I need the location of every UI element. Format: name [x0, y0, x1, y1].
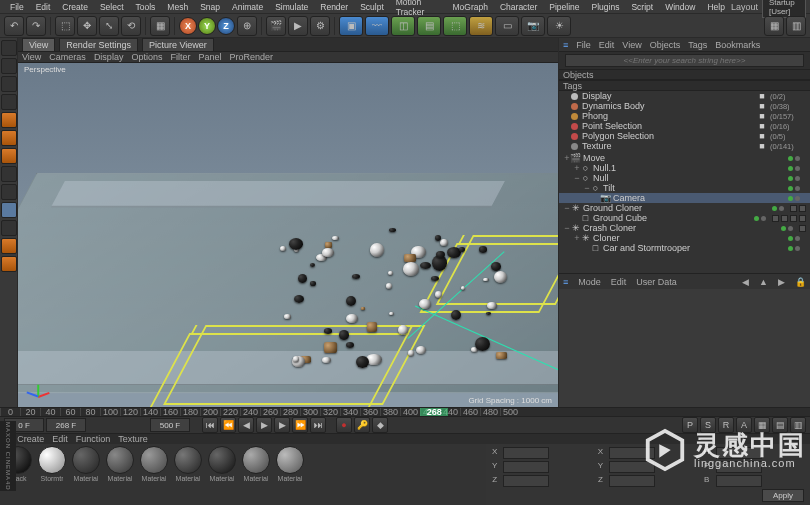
- attr-nav-up-icon[interactable]: ▲: [759, 277, 768, 287]
- end-frame-field[interactable]: [150, 418, 190, 432]
- tree-row[interactable]: −✳Crash Cloner: [559, 223, 810, 233]
- redo-button[interactable]: ↷: [26, 16, 46, 36]
- mat-menu-item[interactable]: Texture: [118, 434, 148, 444]
- attr-nav-back-icon[interactable]: ◀: [742, 277, 749, 287]
- param-key-toggle[interactable]: A: [736, 417, 752, 433]
- material-slot[interactable]: Stormtr: [36, 446, 68, 482]
- timeline-cursor[interactable]: 268: [420, 408, 448, 416]
- attr-menu-item[interactable]: Edit: [611, 277, 627, 287]
- attr-menu-item[interactable]: Mode: [578, 277, 601, 287]
- live-select-tool[interactable]: ⬚: [55, 16, 75, 36]
- keyframe-selection-button[interactable]: ◆: [372, 417, 388, 433]
- menu-item[interactable]: Help: [701, 2, 730, 12]
- menu-item[interactable]: Character: [494, 2, 543, 12]
- scale-tool[interactable]: ⤡: [99, 16, 119, 36]
- tag-summary-row[interactable]: Display■(0/2): [559, 91, 810, 101]
- size-z-field[interactable]: [609, 475, 655, 487]
- material-slot[interactable]: Material: [240, 446, 272, 482]
- render-settings-button[interactable]: ⚙: [310, 16, 330, 36]
- planar-workplane-icon[interactable]: [1, 256, 17, 272]
- undo-button[interactable]: ↶: [4, 16, 24, 36]
- point-mode-icon[interactable]: [1, 112, 17, 128]
- material-slot[interactable]: Material: [104, 446, 136, 482]
- next-key-button[interactable]: ⏩: [292, 417, 308, 433]
- viewport-solo-icon[interactable]: [1, 202, 17, 218]
- tree-row[interactable]: −○Tilt: [559, 183, 810, 193]
- tree-row[interactable]: −○Null: [559, 173, 810, 183]
- menu-item[interactable]: Pipeline: [543, 2, 585, 12]
- tab-pictureviewer[interactable]: Picture Viewer: [142, 38, 214, 52]
- attr-nav-fwd-icon[interactable]: ▶: [778, 277, 785, 287]
- tab-rendersettings[interactable]: Render Settings: [59, 38, 138, 52]
- tree-row[interactable]: +🎬Move: [559, 153, 810, 163]
- play-button[interactable]: ▶: [256, 417, 272, 433]
- goto-start-button[interactable]: ⏮: [202, 417, 218, 433]
- vp-menu-item[interactable]: Options: [131, 52, 162, 62]
- mat-menu-item[interactable]: Function: [76, 434, 111, 444]
- next-frame-button[interactable]: ▶: [274, 417, 290, 433]
- vp-menu-item[interactable]: ProRender: [229, 52, 273, 62]
- floor-button[interactable]: ▭: [495, 16, 519, 36]
- menu-item[interactable]: Motion Tracker: [390, 0, 447, 17]
- pos-z-field[interactable]: [503, 475, 549, 487]
- mat-menu-item[interactable]: Create: [17, 434, 44, 444]
- layout-dropdown[interactable]: Startup [User]: [762, 0, 806, 18]
- vp-menu-item[interactable]: Filter: [170, 52, 190, 62]
- rot-h-field[interactable]: [716, 447, 762, 459]
- om-menu-item[interactable]: View: [622, 40, 641, 50]
- subdivision-button[interactable]: ◫: [391, 16, 415, 36]
- cube-primitive-button[interactable]: ▣: [339, 16, 363, 36]
- prev-key-button[interactable]: ⏪: [220, 417, 236, 433]
- anim-layer-button[interactable]: ▤: [772, 417, 788, 433]
- coordinate-toggle[interactable]: ⊕: [237, 16, 257, 36]
- material-slot[interactable]: Material: [274, 446, 306, 482]
- pos-key-toggle[interactable]: P: [682, 417, 698, 433]
- rotate-tool[interactable]: ⟲: [121, 16, 141, 36]
- anim-mode-button[interactable]: ▥: [790, 417, 806, 433]
- menu-item[interactable]: Edit: [30, 2, 57, 12]
- scale-key-toggle[interactable]: S: [700, 417, 716, 433]
- menu-item[interactable]: MoGraph: [447, 2, 494, 12]
- light-button[interactable]: ☀: [547, 16, 571, 36]
- size-y-field[interactable]: [609, 461, 655, 473]
- pla-key-toggle[interactable]: ▦: [754, 417, 770, 433]
- perspective-viewport[interactable]: Perspective Grid Spacing : 1000 cm: [18, 63, 558, 407]
- menu-item[interactable]: Render: [314, 2, 354, 12]
- material-slot[interactable]: Material: [70, 446, 102, 482]
- menu-item[interactable]: Tools: [130, 2, 162, 12]
- coords-apply-button[interactable]: Apply: [762, 489, 804, 502]
- om-menu-item[interactable]: Edit: [599, 40, 615, 50]
- attr-lock-icon[interactable]: 🔒: [795, 277, 806, 287]
- render-pv-button[interactable]: ▶: [288, 16, 308, 36]
- axis-x-toggle[interactable]: X: [179, 17, 197, 35]
- render-view-button[interactable]: 🎬: [266, 16, 286, 36]
- menu-item[interactable]: Snap: [194, 2, 226, 12]
- vp-menu-item[interactable]: View: [22, 52, 41, 62]
- attr-menu-item[interactable]: User Data: [636, 277, 677, 287]
- bend-deformer-button[interactable]: ≋: [469, 16, 493, 36]
- vp-menu-item[interactable]: Display: [94, 52, 124, 62]
- om-menu-item[interactable]: Tags: [688, 40, 707, 50]
- tag-summary-row[interactable]: Texture■(0/141): [559, 141, 810, 151]
- tag-summary-row[interactable]: Point Selection■(0/16): [559, 121, 810, 131]
- menu-item[interactable]: Mesh: [161, 2, 194, 12]
- move-tool[interactable]: ✥: [77, 16, 97, 36]
- poly-mode-icon[interactable]: [1, 148, 17, 164]
- vp-menu-item[interactable]: Cameras: [49, 52, 86, 62]
- model-mode-icon[interactable]: [1, 58, 17, 74]
- rot-key-toggle[interactable]: R: [718, 417, 734, 433]
- om-menu-item[interactable]: Bookmarks: [715, 40, 760, 50]
- prev-frame-button[interactable]: ◀: [238, 417, 254, 433]
- object-tree[interactable]: +🎬Move+○Null.1−○Null−○Tilt📷Camera−✳Groun…: [559, 151, 810, 273]
- array-button[interactable]: ⬚: [443, 16, 467, 36]
- axis-l-icon[interactable]: [1, 166, 17, 182]
- tag-summary-row[interactable]: Polygon Selection■(0/5): [559, 131, 810, 141]
- menu-item[interactable]: Animate: [226, 2, 269, 12]
- recent-tool[interactable]: ▦: [150, 16, 170, 36]
- material-manager[interactable]: BlackStormtrMaterialMaterialMaterialMate…: [0, 444, 486, 505]
- menu-item[interactable]: Sculpt: [354, 2, 390, 12]
- material-slot[interactable]: Material: [172, 446, 204, 482]
- current-frame-field[interactable]: [46, 418, 86, 432]
- menu-item[interactable]: Create: [56, 2, 94, 12]
- pos-x-field[interactable]: [503, 447, 549, 459]
